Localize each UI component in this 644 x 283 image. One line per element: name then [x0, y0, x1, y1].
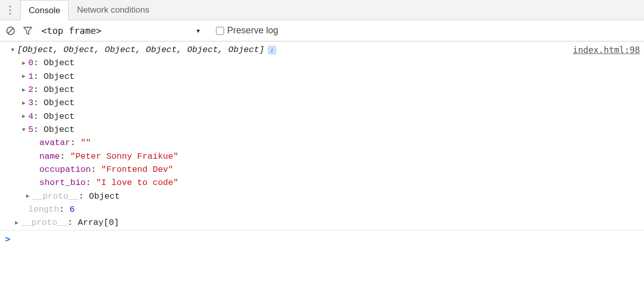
length-value: 6 [70, 203, 75, 216]
console-toolbar: <top frame> ▼ Preserve log [0, 20, 644, 41]
clear-console-icon[interactable] [4, 24, 17, 37]
prompt-caret-icon: > [5, 233, 11, 244]
tab-network-conditions[interactable]: Network conditions [69, 0, 157, 20]
array-item-row[interactable]: ▶ 2: Object [9, 83, 573, 97]
expand-toggle-icon[interactable]: ▶ [20, 99, 27, 108]
proto-key: __proto__ [32, 190, 79, 203]
array-index: 2 [28, 83, 33, 97]
prop-key: occupation [39, 163, 91, 176]
array-summary-text: [Object, Object, Object, Object, Object,… [17, 43, 264, 57]
array-item-type: Object [44, 123, 75, 136]
source-link[interactable]: index.html:98 [573, 43, 641, 57]
array-index: 4 [28, 110, 33, 123]
chevron-down-icon: ▼ [195, 28, 201, 34]
devtools-tabbar: Console Network conditions [0, 0, 644, 20]
array-item-type: Object [44, 70, 75, 83]
expand-toggle-icon[interactable]: ▶ [13, 219, 20, 227]
svg-line-4 [8, 28, 13, 33]
info-icon[interactable]: i [267, 45, 277, 55]
object-property-row[interactable]: ▶ avatar: "" [9, 136, 573, 150]
svg-point-0 [9, 6, 11, 7]
tab-console[interactable]: Console [20, 0, 69, 20]
execution-context-select[interactable]: <top frame> ▼ [38, 24, 204, 37]
array-summary-row[interactable]: ▼ [Object, Object, Object, Object, Objec… [9, 43, 573, 57]
array-item-row[interactable]: ▶ 4: Object [9, 110, 573, 123]
array-index: 5 [28, 123, 33, 136]
prop-key: name [39, 150, 60, 163]
array-item-type: Object [44, 57, 75, 70]
proto-row[interactable]: ▶ __proto__: Object [9, 190, 573, 203]
expand-toggle-icon[interactable]: ▶ [24, 192, 31, 201]
prop-value: "I love to code" [96, 176, 178, 190]
array-index: 1 [28, 70, 33, 83]
array-item-row[interactable]: ▶ 3: Object [9, 97, 573, 110]
array-item-type: Object [44, 97, 75, 110]
filter-icon[interactable] [21, 24, 34, 37]
preserve-log-checkbox[interactable] [216, 27, 224, 35]
array-item-type: Object [44, 83, 75, 97]
prop-key: avatar [39, 136, 70, 150]
preserve-log-label: Preserve log [227, 25, 278, 36]
prop-key: short_bio [39, 176, 86, 190]
prop-value: "Frontend Dev" [101, 163, 173, 176]
console-output: ▼ [Object, Object, Object, Object, Objec… [0, 41, 644, 230]
array-item-row[interactable]: ▶ 0: Object [9, 57, 573, 70]
console-log-entry: ▼ [Object, Object, Object, Object, Objec… [9, 43, 644, 230]
array-item-row[interactable]: ▶ 1: Object [9, 70, 573, 83]
expand-toggle-icon[interactable]: ▶ [20, 112, 27, 121]
proto-value: Array[0] [78, 216, 119, 229]
expand-toggle-icon[interactable]: ▶ [20, 86, 27, 95]
svg-point-1 [9, 9, 11, 11]
console-prompt[interactable]: > [0, 230, 644, 247]
object-property-row[interactable]: ▶ short_bio: "I love to code" [9, 176, 573, 190]
execution-context-label: <top frame> [41, 25, 101, 36]
more-icon[interactable] [0, 0, 20, 20]
object-property-row[interactable]: ▶ occupation: "Frontend Dev" [9, 163, 573, 176]
expand-toggle-icon[interactable]: ▶ [20, 72, 27, 81]
expand-toggle-icon[interactable]: ▼ [20, 126, 27, 134]
outer-proto-row[interactable]: ▶ __proto__: Array[0] [9, 216, 573, 229]
array-item-type: Object [44, 110, 75, 123]
preserve-log-option[interactable]: Preserve log [216, 25, 278, 36]
array-index: 3 [28, 97, 33, 110]
prop-value: "" [81, 136, 91, 150]
array-item-row-expanded[interactable]: ▼ 5: Object [9, 123, 573, 136]
expand-toggle-icon[interactable]: ▶ [20, 59, 27, 68]
length-key: length [28, 203, 59, 216]
length-row[interactable]: ▶ length: 6 [9, 203, 573, 216]
svg-point-2 [9, 13, 11, 14]
prop-value: "Peter Sonny Fraikue" [70, 150, 178, 163]
object-property-row[interactable]: ▶ name: "Peter Sonny Fraikue" [9, 150, 573, 163]
array-index: 0 [28, 57, 33, 70]
tab-console-label: Console [29, 6, 60, 16]
proto-value: Object [89, 190, 120, 203]
tab-network-conditions-label: Network conditions [77, 5, 149, 15]
expand-toggle-icon[interactable]: ▼ [9, 46, 16, 55]
proto-key: __proto__ [21, 216, 68, 229]
